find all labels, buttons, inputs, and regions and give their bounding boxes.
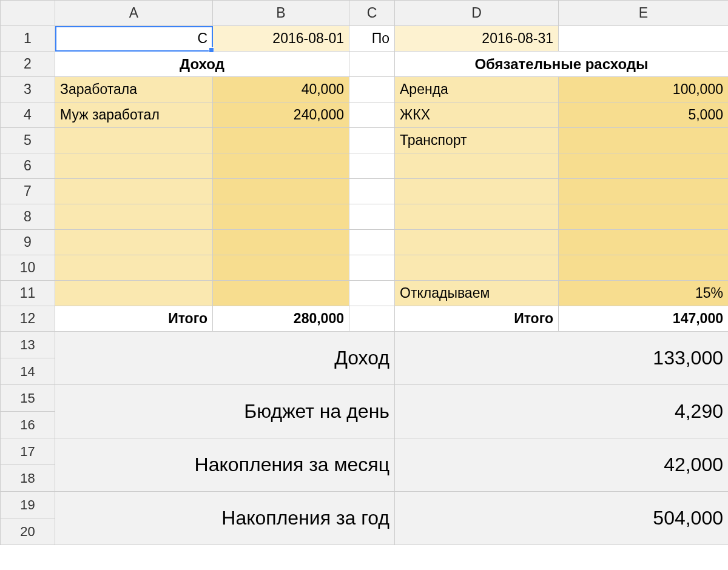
cell-d6[interactable] xyxy=(395,153,559,179)
income-item-label[interactable]: Муж заработал xyxy=(55,102,213,128)
row-header-12[interactable]: 12 xyxy=(1,306,55,332)
cell-b5[interactable] xyxy=(213,128,349,153)
income-total-value[interactable]: 280,000 xyxy=(213,306,349,332)
cell-b1[interactable]: 2016-08-01 xyxy=(213,26,349,52)
cell-a6[interactable] xyxy=(55,153,213,179)
cell-c10[interactable] xyxy=(349,255,395,281)
income-item-value[interactable]: 240,000 xyxy=(213,102,349,128)
cell-e10[interactable] xyxy=(559,255,729,281)
summary-label-3[interactable]: Накопления за год xyxy=(55,492,395,545)
col-header-c[interactable]: C xyxy=(349,1,395,26)
row-header-6[interactable]: 6 xyxy=(1,153,55,179)
row-header-8[interactable]: 8 xyxy=(1,204,55,230)
cell-a1-active[interactable]: С xyxy=(55,26,213,52)
cell-a8[interactable] xyxy=(55,204,213,230)
cell-c7[interactable] xyxy=(349,179,395,204)
expense-item-value[interactable] xyxy=(559,128,729,153)
cell-c2[interactable] xyxy=(349,52,395,77)
row-3[interactable]: 3 Заработала 40,000 Аренда 100,000 xyxy=(1,77,729,102)
cell-a10[interactable] xyxy=(55,255,213,281)
cell-c3[interactable] xyxy=(349,77,395,102)
cell-c9[interactable] xyxy=(349,230,395,255)
income-item-value[interactable]: 40,000 xyxy=(213,77,349,102)
expense-total-label[interactable]: Итого xyxy=(395,306,559,332)
summary-value-1[interactable]: 4,290 xyxy=(395,385,729,438)
row-6[interactable]: 6 xyxy=(1,153,729,179)
row-2[interactable]: 2 Доход Обязательные расходы xyxy=(1,52,729,77)
cell-e7[interactable] xyxy=(559,179,729,204)
expense-item-label[interactable]: Аренда xyxy=(395,77,559,102)
cell-e8[interactable] xyxy=(559,204,729,230)
cell-a5[interactable] xyxy=(55,128,213,153)
cell-b9[interactable] xyxy=(213,230,349,255)
column-header-row[interactable]: A B C D E xyxy=(1,1,729,26)
summary-label-1[interactable]: Бюджет на день xyxy=(55,385,395,438)
row-19[interactable]: 19 Накопления за год 504,000 xyxy=(1,492,729,518)
cell-c12[interactable] xyxy=(349,306,395,332)
cell-a7[interactable] xyxy=(55,179,213,204)
cell-e9[interactable] xyxy=(559,230,729,255)
cell-c8[interactable] xyxy=(349,204,395,230)
row-header-1[interactable]: 1 xyxy=(1,26,55,52)
row-1[interactable]: 1 С 2016-08-01 По 2016-08-31 xyxy=(1,26,729,52)
cell-c4[interactable] xyxy=(349,102,395,128)
row-17[interactable]: 17 Накопления за месяц 42,000 xyxy=(1,438,729,465)
cell-d7[interactable] xyxy=(395,179,559,204)
row-header-9[interactable]: 9 xyxy=(1,230,55,255)
row-11[interactable]: 11 Откладываем 15% xyxy=(1,281,729,306)
summary-value-3[interactable]: 504,000 xyxy=(395,492,729,545)
row-header-3[interactable]: 3 xyxy=(1,77,55,102)
expense-item-value[interactable]: 100,000 xyxy=(559,77,729,102)
row-13[interactable]: 13 Доход 133,000 xyxy=(1,332,729,358)
col-header-d[interactable]: D xyxy=(395,1,559,26)
expense-total-value[interactable]: 147,000 xyxy=(559,306,729,332)
select-all-corner[interactable] xyxy=(1,1,55,26)
cell-d9[interactable] xyxy=(395,230,559,255)
row-4[interactable]: 4 Муж заработал 240,000 ЖКХ 5,000 xyxy=(1,102,729,128)
cell-b7[interactable] xyxy=(213,179,349,204)
cell-c5[interactable] xyxy=(349,128,395,153)
save-label[interactable]: Откладываем xyxy=(395,281,559,306)
grid[interactable]: A B C D E 1 С 2016-08-01 По 2016-08-31 2… xyxy=(0,0,728,545)
cell-a9[interactable] xyxy=(55,230,213,255)
row-header-4[interactable]: 4 xyxy=(1,102,55,128)
summary-label-0[interactable]: Доход xyxy=(55,332,395,385)
row-header-16[interactable]: 16 xyxy=(1,412,55,438)
row-header-2[interactable]: 2 xyxy=(1,52,55,77)
summary-value-2[interactable]: 42,000 xyxy=(395,438,729,492)
cell-c6[interactable] xyxy=(349,153,395,179)
cell-b6[interactable] xyxy=(213,153,349,179)
row-10[interactable]: 10 xyxy=(1,255,729,281)
row-header-13[interactable]: 13 xyxy=(1,332,55,358)
cell-b8[interactable] xyxy=(213,204,349,230)
summary-value-0[interactable]: 133,000 xyxy=(395,332,729,385)
row-header-14[interactable]: 14 xyxy=(1,358,55,385)
cell-c1[interactable]: По xyxy=(349,26,395,52)
row-header-15[interactable]: 15 xyxy=(1,385,55,412)
col-header-e[interactable]: E xyxy=(559,1,729,26)
row-header-20[interactable]: 20 xyxy=(1,518,55,545)
income-total-label[interactable]: Итого xyxy=(55,306,213,332)
spreadsheet[interactable]: A B C D E 1 С 2016-08-01 По 2016-08-31 2… xyxy=(0,0,728,570)
summary-label-2[interactable]: Накопления за месяц xyxy=(55,438,395,492)
income-item-label[interactable]: Заработала xyxy=(55,77,213,102)
row-5[interactable]: 5 Транспорт xyxy=(1,128,729,153)
cell-a11[interactable] xyxy=(55,281,213,306)
cell-e1[interactable] xyxy=(559,26,729,52)
col-header-b[interactable]: B xyxy=(213,1,349,26)
row-15[interactable]: 15 Бюджет на день 4,290 xyxy=(1,385,729,412)
row-header-11[interactable]: 11 xyxy=(1,281,55,306)
cell-c11[interactable] xyxy=(349,281,395,306)
row-header-18[interactable]: 18 xyxy=(1,465,55,492)
expense-item-label[interactable]: Транспорт xyxy=(395,128,559,153)
row-header-7[interactable]: 7 xyxy=(1,179,55,204)
row-12[interactable]: 12 Итого 280,000 Итого 147,000 xyxy=(1,306,729,332)
col-header-a[interactable]: A xyxy=(55,1,213,26)
cell-d10[interactable] xyxy=(395,255,559,281)
cell-b11[interactable] xyxy=(213,281,349,306)
cell-d8[interactable] xyxy=(395,204,559,230)
row-8[interactable]: 8 xyxy=(1,204,729,230)
row-header-10[interactable]: 10 xyxy=(1,255,55,281)
cell-e6[interactable] xyxy=(559,153,729,179)
cell-b10[interactable] xyxy=(213,255,349,281)
